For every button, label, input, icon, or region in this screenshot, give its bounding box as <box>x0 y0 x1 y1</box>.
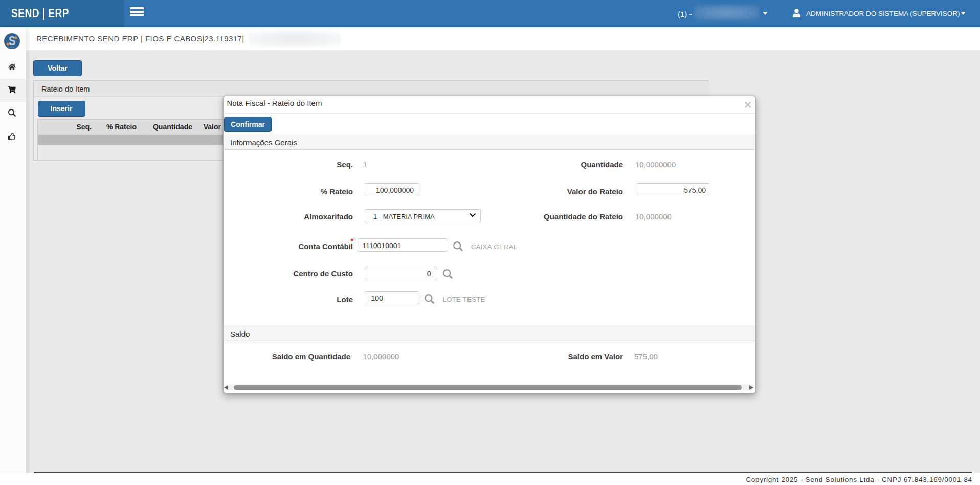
svg-text:erp: erp <box>10 46 14 48</box>
